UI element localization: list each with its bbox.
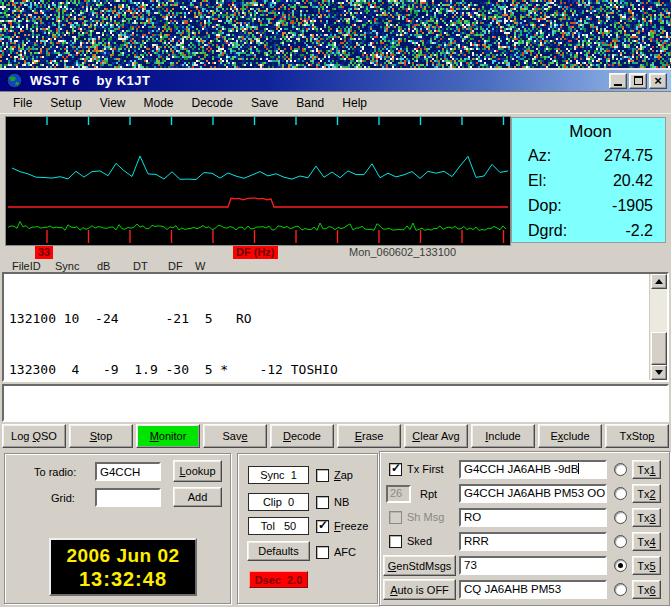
header-fileid: FileID bbox=[12, 260, 41, 272]
dsec-button[interactable]: Dsec 2.0 bbox=[249, 571, 308, 588]
decode-scrollbar[interactable] bbox=[649, 274, 667, 380]
zap-checkbox[interactable] bbox=[316, 469, 329, 482]
spectrum-graph[interactable] bbox=[5, 116, 511, 246]
tx4-radio[interactable] bbox=[614, 535, 627, 548]
scroll-down-icon bbox=[655, 370, 663, 375]
close-icon: × bbox=[654, 75, 662, 87]
menu-view[interactable]: View bbox=[91, 93, 135, 113]
tx2-message-text: G4CCH JA6AHB PM53 OOO bbox=[464, 487, 607, 499]
scrollbar-down-button[interactable] bbox=[651, 365, 667, 380]
tx3-button[interactable]: Tx3 bbox=[632, 508, 661, 527]
freeze-label: Freeze bbox=[334, 520, 368, 532]
header-sync: Sync bbox=[55, 260, 79, 272]
save-button[interactable]: Save bbox=[203, 424, 267, 448]
tx1-button[interactable]: Tx1 bbox=[632, 460, 661, 479]
header-w: W bbox=[195, 260, 205, 272]
tx5-radio[interactable] bbox=[614, 559, 627, 572]
moon-dgrd-row: Dgrd:-2.2 bbox=[528, 218, 653, 243]
nb-checkbox[interactable] bbox=[316, 496, 329, 509]
moon-panel: Moon Az:274.75 El:20.42 Dop:-1905 Dgrd:-… bbox=[511, 117, 666, 243]
sh-msg-label: Sh Msg bbox=[407, 511, 444, 523]
rpt-label: Rpt bbox=[420, 488, 437, 500]
close-button[interactable]: × bbox=[649, 73, 667, 89]
menu-save[interactable]: Save bbox=[242, 93, 287, 113]
freeze-checkbox[interactable] bbox=[316, 520, 329, 533]
scrollbar-up-button[interactable] bbox=[651, 274, 667, 289]
tx2-button[interactable]: Tx2 bbox=[632, 484, 661, 503]
grid-input[interactable] bbox=[95, 488, 161, 507]
scroll-up-icon bbox=[655, 279, 663, 284]
log-qso-button[interactable]: Log QSO bbox=[2, 424, 66, 448]
decode-line: 132100 10 -24 -21 5 RO bbox=[9, 310, 667, 327]
rpt-spinbox[interactable]: 26 bbox=[386, 485, 411, 503]
tx4-button[interactable]: Tx4 bbox=[632, 532, 661, 551]
include-button[interactable]: Include bbox=[471, 424, 535, 448]
tx6-message-field[interactable]: CQ JA6AHB PM53 bbox=[459, 580, 607, 599]
tx1-radio[interactable] bbox=[614, 463, 627, 476]
decode-button[interactable]: Decode bbox=[270, 424, 334, 448]
clock-date: 2006 Jun 02 bbox=[51, 545, 195, 567]
menu-setup[interactable]: Setup bbox=[41, 93, 90, 113]
decoded-text-area[interactable]: 132100 10 -24 -21 5 RO 132300 4 -9 1.9 -… bbox=[2, 272, 669, 382]
menu-mode[interactable]: Mode bbox=[135, 93, 183, 113]
exclude-button[interactable]: Exclude bbox=[538, 424, 602, 448]
tx5-message-field[interactable]: 73 bbox=[459, 556, 607, 575]
menu-file[interactable]: File bbox=[4, 93, 41, 113]
txstop-button[interactable]: TxStop bbox=[605, 424, 669, 448]
clock-display: 2006 Jun 02 13:32:48 bbox=[49, 538, 197, 596]
decode-line: 132300 4 -9 1.9 -30 5 * -12 TOSHIO bbox=[9, 361, 667, 378]
menu-help[interactable]: Help bbox=[333, 93, 376, 113]
sync-button[interactable]: Sync 1 bbox=[248, 466, 309, 484]
monitor-button[interactable]: Monitor bbox=[136, 424, 200, 448]
file-id-label: Mon_060602_133100 bbox=[349, 246, 456, 258]
tx3-message-text: RO bbox=[464, 511, 481, 523]
moon-title: Moon bbox=[528, 121, 653, 143]
tx4-message-text: RRR bbox=[464, 535, 489, 547]
average-text-area[interactable]: 130600 1 0/1 133100 2 3/14 -12 TOSHIO bbox=[2, 384, 669, 422]
tx1-message-field[interactable]: G4CCH JA6AHB -9dB bbox=[459, 460, 607, 479]
tx-first-checkbox[interactable] bbox=[389, 463, 402, 476]
to-radio-label: To radio: bbox=[34, 466, 76, 478]
tx3-radio[interactable] bbox=[614, 511, 627, 524]
clear-avg-button[interactable]: Clear Avg bbox=[404, 424, 468, 448]
stop-button[interactable]: Stop bbox=[69, 424, 133, 448]
tx3-message-field[interactable]: RO bbox=[459, 508, 607, 527]
zap-label: Zap bbox=[334, 469, 353, 481]
tx6-button[interactable]: Tx6 bbox=[632, 580, 661, 599]
sked-label: Sked bbox=[407, 535, 432, 547]
minimize-button[interactable] bbox=[609, 73, 627, 89]
grid-label: Grid: bbox=[51, 492, 75, 504]
to-radio-input[interactable] bbox=[95, 462, 161, 481]
defaults-button[interactable]: Defaults bbox=[247, 541, 310, 561]
tx5-message-text: 73 bbox=[464, 559, 477, 571]
tx-row-3: Sh Msg RO Tx3 bbox=[380, 508, 669, 529]
scrollbar-thumb[interactable] bbox=[651, 332, 667, 365]
tx6-message-text: CQ JA6AHB PM53 bbox=[464, 583, 561, 595]
tx2-message-field[interactable]: G4CCH JA6AHB PM53 OOO bbox=[459, 484, 607, 503]
afc-checkbox[interactable] bbox=[316, 546, 329, 559]
lookup-button[interactable]: Lookup bbox=[173, 460, 222, 482]
tx5-button[interactable]: Tx5 bbox=[632, 556, 661, 575]
maximize-button[interactable] bbox=[629, 73, 647, 89]
add-button[interactable]: Add bbox=[173, 487, 222, 507]
erase-button[interactable]: Erase bbox=[337, 424, 401, 448]
params-group: Sync 1 Clip 0 Tol 50 Defaults Dsec 2.0 Z… bbox=[237, 453, 378, 604]
header-dt: DT bbox=[133, 260, 148, 272]
clip-button[interactable]: Clip 0 bbox=[248, 493, 309, 511]
tx6-radio[interactable] bbox=[614, 583, 627, 596]
moon-el-label: El: bbox=[528, 168, 547, 193]
tx4-message-field[interactable]: RRR bbox=[459, 532, 607, 551]
menu-decode[interactable]: Decode bbox=[183, 93, 242, 113]
sked-checkbox[interactable] bbox=[389, 535, 402, 548]
menu-band[interactable]: Band bbox=[287, 93, 333, 113]
tol-button[interactable]: Tol 50 bbox=[248, 517, 309, 535]
auto-is-off-button[interactable]: Auto is OFF bbox=[383, 579, 456, 600]
header-df: DF bbox=[168, 260, 183, 272]
text-caret bbox=[578, 463, 579, 474]
tx2-radio[interactable] bbox=[614, 487, 627, 500]
sh-msg-checkbox[interactable] bbox=[389, 511, 402, 524]
header-db: dB bbox=[97, 260, 110, 272]
tx-row-2: 26 Rpt G4CCH JA6AHB PM53 OOO Tx2 bbox=[380, 484, 669, 505]
gen-std-msgs-button[interactable]: GenStdMsgs bbox=[383, 555, 456, 576]
moon-az-row: Az:274.75 bbox=[528, 143, 653, 168]
